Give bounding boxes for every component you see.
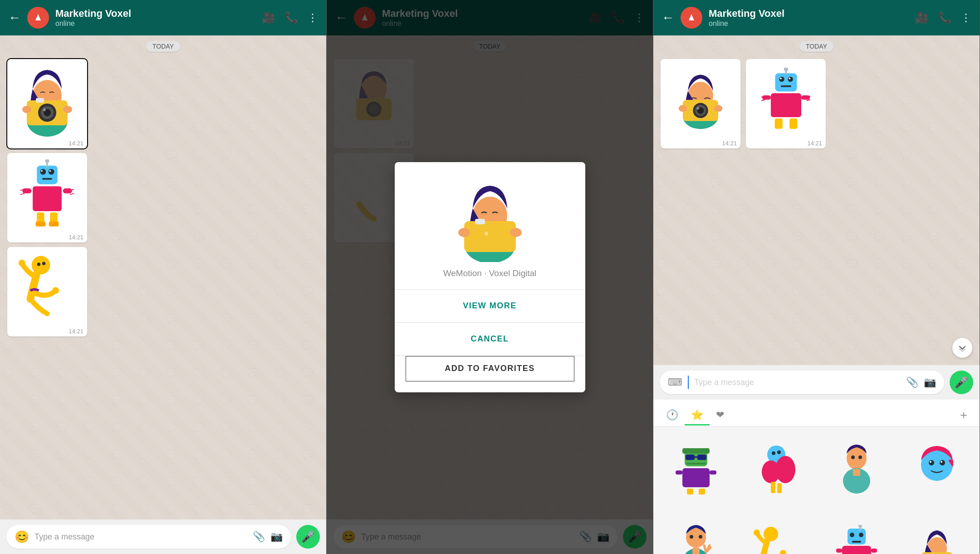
modal-overlay[interactable]: WeMotion · Voxel Digital VIEW MORE CANCE… bbox=[327, 0, 653, 554]
chat-info: Marketing Voxel online bbox=[55, 8, 255, 28]
chat-msgs-right: TODAY bbox=[661, 41, 972, 148]
svg-rect-79 bbox=[695, 456, 697, 458]
svg-point-66 bbox=[788, 76, 793, 82]
attach-button-right[interactable]: 📎 bbox=[906, 376, 918, 388]
add-favorites-button[interactable]: ADD TO FAVORITES bbox=[406, 356, 574, 381]
emoji-button[interactable]: 😊 bbox=[15, 530, 29, 544]
sticker-cell-3[interactable] bbox=[818, 430, 896, 509]
message-placeholder-right: Type a message bbox=[694, 378, 901, 387]
svg-rect-80 bbox=[686, 463, 706, 465]
right-time-2: 14:21 bbox=[750, 140, 822, 147]
chat-info-right: Marketing Voxel online bbox=[709, 8, 909, 28]
right-sticker-2[interactable]: 14:21 bbox=[746, 59, 826, 148]
right-input-bar: ⌨ Type a message 📎 📷 🎤 bbox=[653, 365, 980, 400]
svg-rect-42 bbox=[464, 221, 516, 252]
scroll-down-button[interactable] bbox=[952, 338, 972, 358]
message-sticker-3[interactable]: 14:21 bbox=[7, 247, 87, 336]
svg-rect-13 bbox=[37, 165, 58, 184]
svg-rect-26 bbox=[35, 221, 45, 226]
sticker-cell-6[interactable] bbox=[737, 511, 816, 554]
camera-button[interactable]: 📷 bbox=[270, 531, 283, 543]
svg-rect-91 bbox=[771, 482, 775, 493]
svg-point-102 bbox=[941, 461, 942, 463]
sticker-cell-8[interactable] bbox=[897, 511, 976, 554]
view-more-button[interactable]: VIEW MORE bbox=[395, 290, 585, 322]
svg-point-89 bbox=[772, 451, 775, 455]
cancel-button[interactable]: CANCEL bbox=[395, 323, 585, 356]
svg-rect-69 bbox=[781, 85, 791, 87]
chat-status: online bbox=[55, 20, 255, 28]
svg-point-115 bbox=[859, 533, 863, 537]
left-panel: ← Marketing Voxel online 🎥 📞 ⋮ TODAY bbox=[0, 0, 327, 554]
svg-point-97 bbox=[858, 455, 862, 459]
video-call-button-right[interactable]: 🎥 bbox=[915, 11, 929, 24]
message-placeholder: Type a message bbox=[34, 532, 247, 542]
topbar-actions: 🎥 📞 ⋮ bbox=[262, 11, 318, 24]
sticker-cell-5[interactable] bbox=[657, 511, 735, 554]
message-sticker-1[interactable]: 14:21 bbox=[7, 59, 87, 148]
svg-point-30 bbox=[52, 287, 59, 294]
svg-rect-71 bbox=[762, 95, 770, 100]
svg-point-60 bbox=[679, 105, 687, 112]
attach-button[interactable]: 📎 bbox=[253, 531, 265, 543]
right-sticker-1[interactable]: 14:21 bbox=[661, 59, 740, 148]
message-sticker-2[interactable]: 14:21 bbox=[7, 153, 87, 242]
heart-tab[interactable]: ❤ bbox=[710, 405, 730, 425]
avatar-right bbox=[681, 7, 702, 29]
svg-rect-117 bbox=[842, 546, 871, 554]
sticker-cell-2[interactable] bbox=[737, 430, 816, 509]
right-time-1: 14:21 bbox=[664, 140, 737, 147]
add-sticker-tab[interactable]: ＋ bbox=[954, 403, 973, 426]
svg-point-109 bbox=[754, 529, 760, 536]
chat-messages: TODAY bbox=[7, 41, 319, 336]
svg-point-17 bbox=[49, 168, 54, 174]
svg-rect-84 bbox=[687, 489, 693, 495]
svg-rect-72 bbox=[801, 95, 810, 100]
sticker-cell-4[interactable] bbox=[897, 430, 976, 509]
sticker-cell-7[interactable] bbox=[818, 511, 896, 554]
svg-point-9 bbox=[43, 109, 46, 111]
svg-point-88 bbox=[762, 460, 780, 483]
svg-point-48 bbox=[510, 228, 522, 237]
mic-button-right[interactable]: 🎤 bbox=[950, 371, 973, 394]
svg-rect-70 bbox=[770, 93, 801, 117]
chat-status-right: online bbox=[709, 20, 909, 28]
cursor-blink bbox=[688, 376, 689, 389]
svg-point-11 bbox=[63, 106, 72, 113]
left-chat-area: TODAY bbox=[0, 35, 326, 519]
left-message-input[interactable]: 😊 Type a message 📎 📷 bbox=[6, 525, 291, 549]
more-menu-button[interactable]: ⋮ bbox=[307, 11, 318, 24]
more-menu-button-right[interactable]: ⋮ bbox=[960, 11, 971, 24]
svg-rect-49 bbox=[475, 219, 485, 224]
svg-point-99 bbox=[929, 460, 934, 465]
keyboard-button[interactable]: ⌨ bbox=[668, 376, 682, 388]
svg-point-110 bbox=[780, 550, 786, 554]
topbar-actions-right: 🎥 📞 ⋮ bbox=[915, 11, 971, 24]
svg-rect-82 bbox=[676, 470, 682, 475]
camera-button-right[interactable]: 📷 bbox=[924, 376, 936, 388]
sticker-grid bbox=[653, 427, 980, 554]
left-topbar: ← Marketing Voxel online 🎥 📞 ⋮ bbox=[0, 0, 326, 35]
svg-point-59 bbox=[697, 107, 700, 109]
svg-rect-62 bbox=[775, 73, 797, 91]
svg-point-10 bbox=[22, 106, 31, 113]
sticker-tray-tabs: 🕐 ⭐ ❤ ＋ bbox=[653, 400, 980, 427]
right-message-input[interactable]: ⌨ Type a message 📎 📷 bbox=[660, 371, 944, 394]
chat-name-right: Marketing Voxel bbox=[709, 8, 909, 20]
phone-call-button-right[interactable]: 📞 bbox=[938, 11, 951, 24]
sticker-yellow-dancer bbox=[11, 250, 83, 327]
svg-rect-118 bbox=[836, 549, 842, 553]
svg-point-96 bbox=[851, 455, 855, 459]
phone-call-button[interactable]: 📞 bbox=[284, 11, 298, 24]
sticker-blue-robot bbox=[11, 156, 83, 233]
favorite-tab[interactable]: ⭐ bbox=[685, 405, 710, 425]
video-call-button[interactable]: 🎥 bbox=[262, 11, 275, 24]
svg-point-107 bbox=[699, 535, 702, 539]
svg-rect-20 bbox=[42, 178, 52, 180]
recent-tab[interactable]: 🕐 bbox=[660, 405, 685, 425]
sticker-cell-1[interactable] bbox=[657, 430, 735, 509]
mic-button[interactable]: 🎤 bbox=[296, 525, 320, 549]
back-button-right[interactable]: ← bbox=[662, 10, 674, 25]
svg-point-31 bbox=[37, 262, 40, 266]
back-button[interactable]: ← bbox=[8, 10, 21, 25]
